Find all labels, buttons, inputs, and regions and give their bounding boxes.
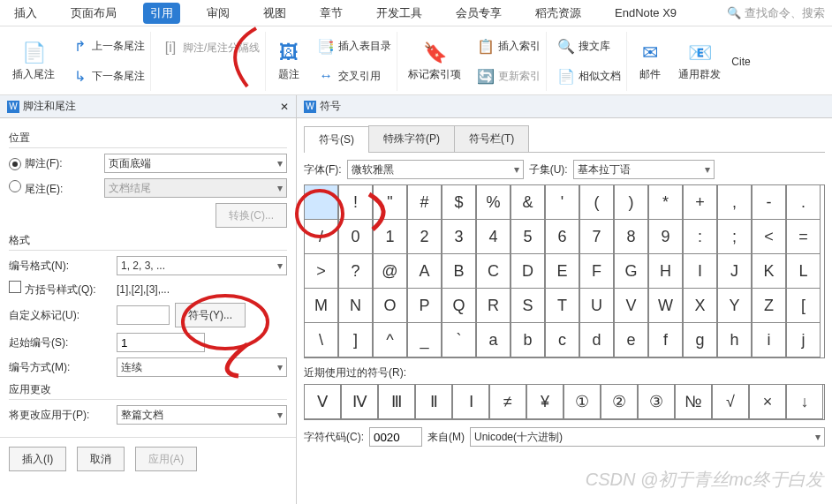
footnote-group[interactable]: 📄 插入尾注 <box>7 32 60 91</box>
symbol-cell[interactable]: 7 <box>579 219 614 254</box>
symbol-cell[interactable]: ? <box>338 253 373 289</box>
symbol-cell[interactable]: H <box>648 253 683 289</box>
symbol-cell[interactable]: J <box>717 253 752 289</box>
symbol-cell[interactable]: K <box>752 253 786 289</box>
symbol-cell[interactable]: A <box>407 253 442 289</box>
search-lib-button[interactable]: 🔍搜文库 <box>557 36 621 57</box>
symbol-cell[interactable]: T <box>545 288 579 323</box>
footnote-radio-label[interactable]: 脚注(F): <box>9 156 99 171</box>
tab-endnote[interactable]: EndNote X9 <box>608 4 684 22</box>
symbol-cell[interactable]: I <box>683 253 717 289</box>
char-code-input[interactable] <box>369 427 422 447</box>
symbol-cell[interactable]: # <box>407 184 442 220</box>
symbol-cell[interactable]: Q <box>442 288 476 323</box>
tab-docer[interactable]: 稻壳资源 <box>528 3 588 24</box>
symbol-cell[interactable]: $ <box>442 184 476 220</box>
symbol-cell[interactable]: " <box>373 184 407 220</box>
tab-insert[interactable]: 插入 <box>7 3 44 24</box>
mass-send-button[interactable]: 📧 通用群发 <box>673 32 726 91</box>
sym-tab-bar[interactable]: 符号栏(T) <box>454 125 529 152</box>
symbol-cell[interactable]: i <box>752 322 786 357</box>
symbol-cell[interactable]: S <box>511 288 545 323</box>
tab-layout[interactable]: 页面布局 <box>64 3 124 24</box>
symbol-cell[interactable]: 2 <box>407 219 442 254</box>
insert-toc-button[interactable]: 📑插入表目录 <box>317 36 391 57</box>
recent-symbol-cell[interactable]: Ⅱ <box>415 384 452 419</box>
caption-button[interactable]: 🖼 题注 <box>271 32 306 91</box>
symbol-cell[interactable]: W <box>648 288 683 323</box>
cite-button[interactable]: Cite <box>731 32 750 91</box>
symbol-cell[interactable]: ( <box>579 184 614 220</box>
symbol-cell[interactable]: + <box>683 184 717 220</box>
symbol-cell[interactable]: E <box>545 253 579 289</box>
bracket-checkbox[interactable] <box>9 281 21 293</box>
symbol-cell[interactable]: 3 <box>442 219 476 254</box>
symbol-cell[interactable]: N <box>338 288 373 323</box>
recent-symbol-cell[interactable]: √ <box>712 384 749 419</box>
symbol-cell[interactable]: 1 <box>373 219 407 254</box>
symbol-cell[interactable]: B <box>442 253 476 289</box>
symbol-cell[interactable]: h <box>717 322 752 357</box>
insert-button[interactable]: 插入(I) <box>9 447 66 471</box>
symbol-cell[interactable]: F <box>579 253 614 289</box>
symbol-cell[interactable]: ^ <box>373 322 407 357</box>
recent-symbol-cell[interactable]: ③ <box>638 384 675 419</box>
symbol-cell[interactable]: g <box>683 322 717 357</box>
endnote-radio-label[interactable]: 尾注(E): <box>9 180 99 197</box>
tab-chapter[interactable]: 章节 <box>313 3 350 24</box>
symbol-cell[interactable]: L <box>786 253 821 289</box>
custom-mark-input[interactable] <box>117 305 170 325</box>
symbol-cell[interactable]: e <box>614 322 648 357</box>
sym-tab-symbols[interactable]: 符号(S) <box>304 126 369 153</box>
insert-index-button[interactable]: 📋插入索引 <box>477 36 541 57</box>
tab-review[interactable]: 审阅 <box>200 3 237 24</box>
mail-button[interactable]: ✉ 邮件 <box>632 32 668 91</box>
bracket-check-label[interactable]: 方括号样式(Q): <box>9 281 111 297</box>
recent-symbol-cell[interactable]: Ⅴ <box>304 384 341 419</box>
symbol-cell[interactable]: 9 <box>648 219 683 254</box>
symbol-cell[interactable]: - <box>752 184 786 220</box>
symbol-cell[interactable]: P <box>407 288 442 323</box>
symbol-cell[interactable]: % <box>476 184 511 220</box>
footnote-radio[interactable] <box>9 158 21 170</box>
recent-symbol-cell[interactable]: ② <box>601 384 638 419</box>
symbol-cell[interactable]: 8 <box>614 219 648 254</box>
symbol-cell[interactable]: ' <box>545 184 579 220</box>
start-at-input[interactable] <box>117 333 205 352</box>
symbol-cell[interactable]: O <box>373 288 407 323</box>
endnote-radio[interactable] <box>9 180 21 192</box>
tab-view[interactable]: 视图 <box>256 3 293 24</box>
symbol-cell[interactable]: ! <box>338 184 373 220</box>
recent-symbol-cell[interactable]: ¥ <box>526 384 563 419</box>
subset-select[interactable]: 基本拉丁语▾ <box>573 160 715 179</box>
symbol-cell[interactable]: @ <box>373 253 407 289</box>
symbol-cell[interactable]: Z <box>752 288 786 323</box>
symbol-cell[interactable]: : <box>683 219 717 254</box>
recent-symbol-cell[interactable]: № <box>675 384 712 419</box>
symbol-cell[interactable]: 5 <box>511 219 545 254</box>
symbol-cell[interactable]: . <box>786 184 821 220</box>
symbol-cell[interactable]: 6 <box>545 219 579 254</box>
symbol-cell[interactable]: b <box>511 322 545 357</box>
mark-index-button[interactable]: 🔖 标记索引项 <box>403 32 466 91</box>
symbol-cell[interactable]: V <box>614 288 648 323</box>
symbol-cell[interactable]: c <box>545 322 579 357</box>
sym-tab-special[interactable]: 特殊字符(P) <box>368 125 455 152</box>
next-footnote-button[interactable]: ↳下一条尾注 <box>71 65 145 87</box>
symbol-cell[interactable]: Y <box>717 288 752 323</box>
symbol-cell[interactable]: f <box>648 322 683 357</box>
symbol-cell[interactable]: & <box>511 184 545 220</box>
tab-references[interactable]: 引用 <box>143 3 180 24</box>
search-box[interactable]: 🔍 查找命令、搜索 <box>727 5 825 21</box>
symbol-cell[interactable]: M <box>304 288 338 323</box>
tab-vip[interactable]: 会员专享 <box>449 3 509 24</box>
font-select[interactable]: 微软雅黑▾ <box>347 160 524 179</box>
symbol-cell[interactable]: R <box>476 288 511 323</box>
similar-doc-button[interactable]: 📄相似文档 <box>557 65 621 87</box>
symbol-cell[interactable]: ] <box>338 322 373 357</box>
recent-symbol-cell[interactable]: Ⅲ <box>378 384 415 419</box>
symbol-cell[interactable]: > <box>304 253 338 289</box>
symbol-cell[interactable]: ` <box>442 322 476 357</box>
cancel-button[interactable]: 取消 <box>77 447 125 471</box>
prev-footnote-button[interactable]: ↱上一条尾注 <box>71 36 145 57</box>
